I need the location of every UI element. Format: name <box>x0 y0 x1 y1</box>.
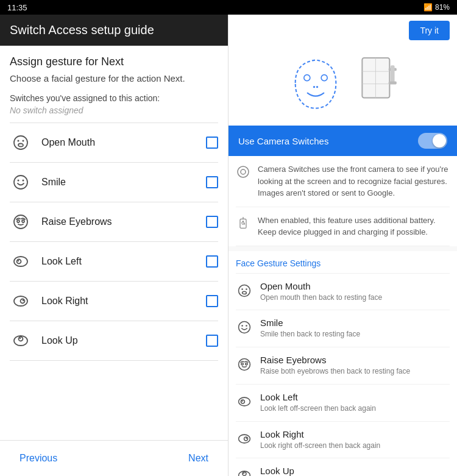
look-right-checkbox[interactable] <box>206 295 218 307</box>
smile-checkbox[interactable] <box>206 176 218 188</box>
svg-rect-28 <box>391 65 395 83</box>
status-icons: 📶 81% <box>423 3 450 12</box>
settings-raise-eyebrows-desc: Raise both eyebrows then back to resting… <box>260 366 450 377</box>
svg-point-3 <box>18 144 23 147</box>
illustration-area <box>228 46 457 126</box>
svg-point-52 <box>246 438 247 439</box>
settings-look-right-icon <box>236 430 253 447</box>
info-item-battery: When enabled, this feature uses addition… <box>236 207 450 246</box>
gesture-list: Open Mouth Smile <box>10 123 218 361</box>
settings-look-left-title: Look Left <box>260 392 450 402</box>
svg-point-5 <box>18 180 19 182</box>
svg-point-54 <box>243 472 246 476</box>
gesture-item-open-mouth[interactable]: Open Mouth <box>10 123 218 163</box>
svg-point-15 <box>23 300 24 301</box>
look-right-icon <box>10 290 32 312</box>
settings-look-left-desc: Look left off-screen then back again <box>260 403 450 414</box>
switches-label: Switches you've assigned to this action: <box>10 93 218 103</box>
try-it-button[interactable]: Try it <box>409 21 450 40</box>
svg-point-9 <box>22 220 24 222</box>
svg-point-38 <box>241 288 243 290</box>
smile-icon <box>10 171 32 193</box>
svg-rect-23 <box>362 58 389 98</box>
settings-smile-title: Smile <box>260 318 450 328</box>
toggle-knob <box>433 134 446 147</box>
look-up-checkbox[interactable] <box>206 335 218 347</box>
svg-point-1 <box>18 140 19 142</box>
app-title: Switch Access setup guide <box>10 23 154 37</box>
settings-look-right-desc: Look right off-screen then back again <box>260 441 450 451</box>
look-left-checkbox[interactable] <box>206 255 218 268</box>
open-mouth-icon <box>10 132 32 154</box>
svg-point-21 <box>313 86 314 88</box>
svg-point-22 <box>316 86 317 88</box>
battery-info-icon <box>236 216 250 230</box>
settings-smile-icon <box>236 319 253 336</box>
settings-look-up[interactable]: Look Up <box>236 458 450 476</box>
left-panel: Switch Access setup guide Assign gesture… <box>0 15 228 476</box>
open-mouth-label: Open Mouth <box>41 137 196 148</box>
settings-smile[interactable]: Smile Smile then back to resting face <box>236 310 450 347</box>
look-up-label: Look Up <box>41 335 196 346</box>
settings-look-left[interactable]: Look Left Look left off-screen then back… <box>236 384 450 421</box>
settings-look-up-text: Look Up <box>260 466 450 476</box>
svg-line-35 <box>243 221 245 224</box>
camera-switch-bar[interactable]: Use Camera Switches <box>228 126 457 156</box>
settings-open-mouth-desc: Open mouth then back to resting face <box>260 293 450 303</box>
gesture-item-raise-eyebrows[interactable]: Raise Eyebrows <box>10 202 218 242</box>
left-content: Assign gesture for Next Choose a facial … <box>0 46 228 440</box>
settings-open-mouth[interactable]: Open Mouth Open mouth then back to resti… <box>236 273 450 310</box>
settings-open-mouth-title: Open Mouth <box>260 281 450 291</box>
try-it-header: Try it <box>228 15 457 46</box>
svg-point-12 <box>18 260 19 261</box>
settings-look-right[interactable]: Look Right Look right off-screen then ba… <box>236 421 450 458</box>
settings-look-left-icon <box>236 393 253 410</box>
settings-title: Face Gesture Settings <box>236 251 450 273</box>
previous-button[interactable]: Previous <box>15 448 62 469</box>
svg-point-40 <box>243 291 247 294</box>
camera-switch-toggle[interactable] <box>418 133 447 149</box>
svg-point-41 <box>239 322 250 333</box>
settings-open-mouth-icon <box>236 282 253 299</box>
gesture-item-look-right[interactable]: Look Right <box>10 282 218 321</box>
raise-eyebrows-checkbox[interactable] <box>206 216 218 228</box>
svg-point-19 <box>303 75 310 81</box>
svg-point-2 <box>23 140 24 142</box>
svg-point-43 <box>246 325 247 327</box>
settings-raise-eyebrows-icon <box>236 356 253 373</box>
gesture-item-look-left[interactable]: Look Left <box>10 242 218 282</box>
raise-eyebrows-label: Raise Eyebrows <box>41 216 196 227</box>
gesture-item-smile[interactable]: Smile <box>10 163 218 202</box>
wifi-icon: 📶 <box>423 3 433 12</box>
next-button[interactable]: Next <box>183 448 213 469</box>
left-footer: Previous Next <box>0 440 228 476</box>
svg-point-49 <box>242 400 243 402</box>
svg-point-30 <box>238 166 249 177</box>
settings-look-up-icon <box>236 467 253 476</box>
look-left-label: Look Left <box>41 256 196 267</box>
gesture-item-look-up[interactable]: Look Up <box>10 321 218 361</box>
svg-point-46 <box>246 363 247 365</box>
settings-smile-text: Smile Smile then back to resting face <box>260 318 450 339</box>
svg-point-4 <box>14 176 27 189</box>
settings-raise-eyebrows-text: Raise Eyebrows Raise both eyebrows then … <box>260 355 450 377</box>
settings-smile-desc: Smile then back to resting face <box>260 329 450 339</box>
svg-point-0 <box>14 136 27 149</box>
svg-point-55 <box>243 473 244 474</box>
svg-point-20 <box>321 75 327 81</box>
status-bar: 11:35 📶 81% <box>0 0 457 15</box>
settings-look-left-text: Look Left Look left off-screen then back… <box>260 392 450 414</box>
open-mouth-checkbox[interactable] <box>206 137 218 149</box>
assign-desc: Choose a facial gesture for the action N… <box>10 73 218 83</box>
app-header: Switch Access setup guide <box>0 15 228 46</box>
svg-point-18 <box>19 338 21 339</box>
svg-point-31 <box>241 169 246 174</box>
svg-point-42 <box>241 325 243 327</box>
settings-raise-eyebrows[interactable]: Raise Eyebrows Raise both eyebrows then … <box>236 347 450 384</box>
info-item-camera: Camera Switches use the front camera to … <box>236 156 450 207</box>
battery-level: 81% <box>435 3 450 12</box>
info-section: Camera Switches use the front camera to … <box>228 156 457 246</box>
no-switch-text: No switch assigned <box>10 105 218 115</box>
status-time: 11:35 <box>7 3 27 12</box>
right-panel: Try it <box>228 15 457 476</box>
